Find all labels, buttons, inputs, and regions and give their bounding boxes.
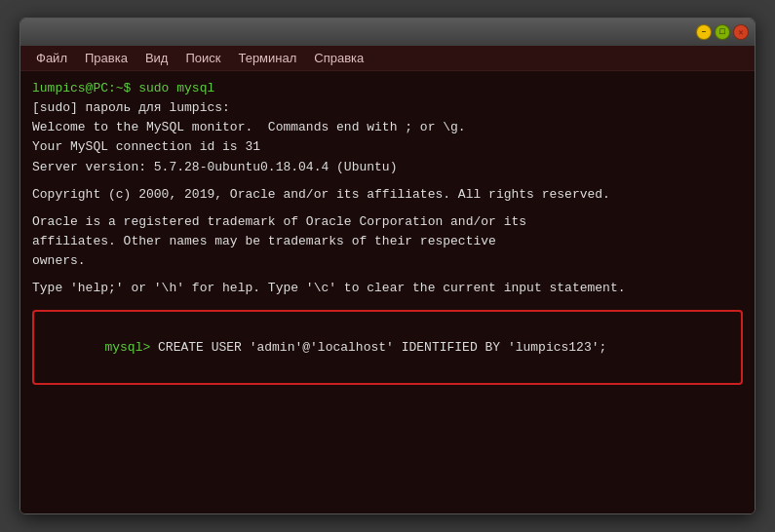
menu-item-правка[interactable]: Правка [77,49,136,67]
terminal-line: Server version: 5.7.28-0ubuntu0.18.04.4 … [32,158,743,177]
terminal-spacer [32,177,743,185]
menu-item-справка[interactable]: Справка [306,49,371,67]
window-controls: – □ ✕ [696,24,749,40]
menubar: ФайлПравкаВидПоискТерминалСправка [20,46,755,71]
terminal-body[interactable]: lumpics@PC:~$ sudo mysql[sudo] пароль дл… [20,71,755,513]
terminal-line: Copyright (c) 2000, 2019, Oracle and/or … [32,185,743,205]
menu-item-вид[interactable]: Вид [137,49,176,67]
highlighted-command: mysql> CREATE USER 'admin'@'localhost' I… [32,310,743,384]
terminal-window: – □ ✕ ФайлПравкаВидПоискТерминалСправка … [19,18,756,514]
minimize-icon: – [701,27,706,37]
terminal-spacer [32,271,743,279]
terminal-spacer [32,205,743,212]
close-icon: ✕ [738,27,743,38]
terminal-line: affiliates. Other names may be trademark… [32,232,743,251]
mysql-command-line: mysql> CREATE USER 'admin'@'localhost' I… [44,318,731,376]
maximize-button[interactable]: □ [715,24,730,40]
terminal-line: [sudo] пароль для lumpics: [32,98,743,118]
titlebar: – □ ✕ [20,19,755,46]
maximize-icon: □ [719,27,724,37]
menu-item-поиск[interactable]: Поиск [177,49,228,67]
mysql-command-text: CREATE USER 'admin'@'localhost' IDENTIFI… [150,340,606,355]
close-button[interactable]: ✕ [733,24,749,40]
menu-item-терминал[interactable]: Терминал [230,49,304,67]
terminal-line: Type 'help;' or '\h' for help. Type '\c'… [32,279,743,298]
terminal-line: Oracle is a registered trademark of Orac… [32,212,743,232]
terminal-line: owners. [32,251,743,271]
terminal-line: Welcome to the MySQL monitor. Commands e… [32,118,743,137]
terminal-line: Your MySQL connection id is 31 [32,137,743,157]
minimize-button[interactable]: – [696,24,712,40]
mysql-prompt: mysql> [104,340,150,355]
menu-item-файл[interactable]: Файл [28,49,75,67]
terminal-line: lumpics@PC:~$ sudo mysql [32,79,743,98]
